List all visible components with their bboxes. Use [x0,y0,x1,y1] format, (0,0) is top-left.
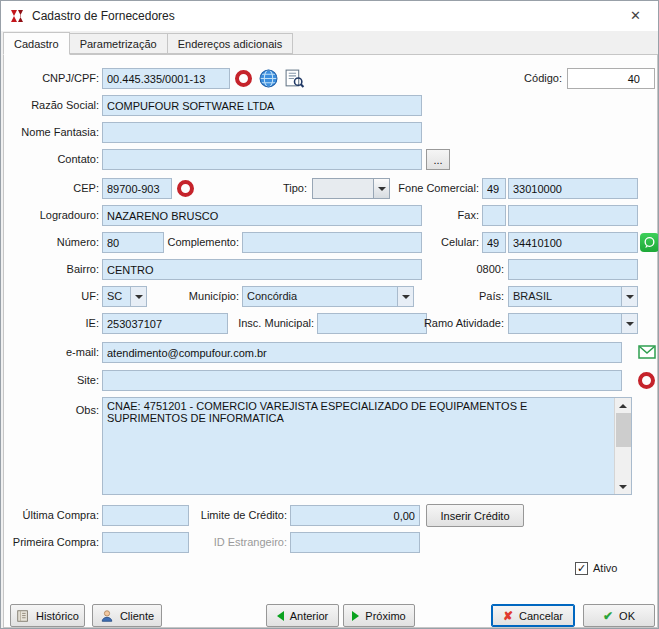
limite-credito-input[interactable] [290,505,420,526]
titlebar: Cadastro de Fornecedores ✕ [1,1,658,31]
fax-label: Fax: [379,205,479,226]
anterior-button[interactable]: Anterior [266,604,339,627]
history-book-icon [16,609,30,623]
globe-icon[interactable] [259,69,278,88]
tab-cadastro[interactable]: Cadastro [3,32,70,55]
tab-parametrizacao[interactable]: Parametrização [69,33,168,54]
fax-ddd-input[interactable] [482,205,506,226]
email-label: e-mail: [7,342,99,363]
cancelar-button[interactable]: ✘ Cancelar [491,604,575,627]
email-input[interactable] [102,342,622,363]
celular-input[interactable] [508,232,638,253]
ultima-compra-input[interactable] [102,505,189,526]
fone-ddd-input[interactable] [482,178,506,199]
insc-municipal-label: Insc. Municipal: [232,313,314,334]
close-icon: ✕ [630,8,641,23]
chevron-down-icon [621,314,637,333]
close-button[interactable]: ✕ [613,1,658,30]
obs-label: Obs: [7,400,99,421]
razao-social-label: Razão Social: [7,95,99,116]
numero-input[interactable] [102,232,164,253]
cep-input[interactable] [102,178,172,199]
tel0800-label: 0800: [424,259,504,280]
cnpj-label: CNPJ/CPF: [7,68,99,89]
id-estrangeiro-input[interactable] [290,532,420,553]
arrow-right-icon [352,611,359,621]
window-title: Cadastro de Fornecedores [32,9,175,23]
ramo-atividade-select[interactable] [508,313,638,334]
scroll-down-icon[interactable] [615,479,631,494]
pais-label: País: [424,286,504,307]
proximo-button[interactable]: Próximo [343,604,415,627]
municipio-label: Município: [162,286,239,307]
uf-select[interactable]: SC [102,286,147,307]
nome-fantasia-label: Nome Fantasia: [7,122,99,143]
email-icon[interactable] [638,345,656,359]
check-icon: ✔ [603,610,613,622]
primeira-compra-input[interactable] [102,532,189,553]
celular-label: Celular: [379,232,479,253]
ie-input[interactable] [102,313,228,334]
whatsapp-icon[interactable] [640,233,659,252]
codigo-label: Código: [482,68,562,89]
tel0800-input[interactable] [508,259,638,280]
supplier-registration-window: Cadastro de Fornecedores ✕ Cadastro Para… [0,0,659,629]
razao-social-input[interactable] [102,95,422,116]
obs-field: CNAE: 4751201 - COMERCIO VAREJISTA ESPEC… [102,397,632,495]
pais-select[interactable]: BRASIL [508,286,638,307]
site-open-icon[interactable] [638,372,655,389]
historico-button[interactable]: Histórico [10,604,85,627]
bairro-label: Bairro: [7,259,99,280]
logradouro-input[interactable] [102,205,422,226]
document-search-icon[interactable] [284,69,305,88]
tipo-label: Tipo: [252,178,307,199]
cep-lookup-icon[interactable] [177,180,194,197]
limite-credito-label: Limite de Crédito: [192,505,287,526]
chevron-down-icon [130,287,146,306]
site-input[interactable] [102,370,622,391]
fax-input[interactable] [508,205,638,226]
inserir-credito-button[interactable]: Inserir Crédito [426,504,524,527]
municipio-select[interactable]: Concórdia [242,286,414,307]
tab-strip: Cadastro Parametrização Endereços adicio… [3,32,292,54]
obs-scrollbar[interactable] [614,398,631,494]
contato-more-button[interactable]: ... [426,149,450,170]
site-label: Site: [7,370,99,391]
app-icon [9,8,25,24]
cnpj-lookup-icon[interactable] [235,70,252,87]
ok-button[interactable]: ✔ OK [583,604,655,627]
check-icon: ✓ [577,563,586,574]
cnpj-input[interactable] [102,68,230,89]
numero-label: Número: [7,232,99,253]
contato-label: Contato: [7,149,99,170]
ie-label: IE: [7,313,99,334]
codigo-input[interactable] [567,68,655,89]
ultima-compra-label: Última Compra: [7,505,99,526]
complemento-label: Complemento: [162,232,239,253]
tab-page-cadastro: CNPJ/CPF: Código: Razão Social: Nome Fan… [3,54,658,628]
obs-input[interactable]: CNAE: 4751201 - COMERCIO VAREJISTA ESPEC… [103,398,614,494]
logradouro-label: Logradouro: [7,205,99,226]
celular-ddd-input[interactable] [482,232,506,253]
ativo-checkbox[interactable]: ✓ [575,562,588,575]
cancel-x-icon: ✘ [503,610,513,622]
ramo-atividade-label: Ramo Atividade: [404,313,504,334]
chevron-down-icon [621,287,637,306]
contato-input[interactable] [102,149,422,170]
tab-enderecos-adicionais[interactable]: Endereços adicionais [167,33,294,54]
bairro-input[interactable] [102,259,422,280]
cliente-button[interactable]: Cliente [92,604,162,627]
person-icon [100,609,114,623]
uf-label: UF: [7,286,99,307]
arrow-left-icon [277,611,284,621]
fone-input[interactable] [508,178,638,199]
scrollbar-thumb[interactable] [616,413,631,447]
cep-label: CEP: [7,178,99,199]
ativo-label: Ativo [593,558,633,579]
primeira-compra-label: Primeira Compra: [7,532,99,553]
chevron-down-icon [397,287,413,306]
scroll-up-icon[interactable] [615,398,631,413]
fone-comercial-label: Fone Comercial: [379,178,479,199]
nome-fantasia-input[interactable] [102,122,422,143]
id-estrangeiro-label: ID Estrangeiro: [192,532,287,553]
